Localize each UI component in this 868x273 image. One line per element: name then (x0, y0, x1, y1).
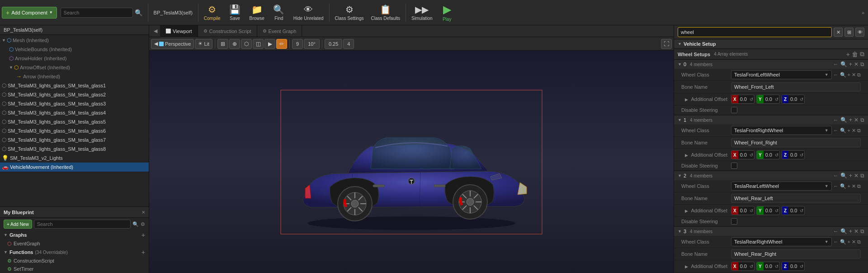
z-reset-1[interactable]: ↺ (799, 153, 804, 158)
offset-arrow-icon-0[interactable]: ▶ (685, 97, 688, 102)
perspective-button[interactable]: ◀ Perspective (151, 39, 194, 49)
tree-item[interactable]: ⬡ ArrowHolder (Inherited) (0, 54, 149, 63)
hide-unrelated-button[interactable]: 👁 Hide Unrelated (290, 1, 327, 24)
wc1-add-icon[interactable]: + (848, 128, 850, 133)
tab-event-graph[interactable]: ⚙ Event Graph (257, 25, 302, 37)
graphs-section-header[interactable]: ▼ Graphs + (0, 230, 149, 239)
z-reset-0[interactable]: ↺ (799, 97, 804, 102)
camera-speed-button[interactable]: ◫ (253, 39, 264, 49)
wg2-dup-button[interactable]: ⧉ (860, 172, 864, 179)
tree-item[interactable]: ⬡ SM_TeslaM3_lights_glass_SM_tesla_glass… (0, 99, 149, 108)
show-grid-button[interactable]: ⊞ (217, 39, 228, 49)
wc1-search-icon[interactable]: 🔍 (840, 128, 846, 134)
wg1-dup-button[interactable]: ⧉ (860, 117, 864, 123)
bone-name-value-1[interactable]: Wheel_Front_Right (731, 138, 861, 147)
z-field-1[interactable]: Z 0.0 ↺ (782, 150, 805, 159)
ws-add-button[interactable]: + (846, 51, 850, 58)
wg0-add-button[interactable]: + (849, 61, 852, 67)
disable-steering-checkbox-0[interactable] (731, 107, 737, 113)
wc0-dup-icon[interactable]: ⧉ (857, 72, 861, 78)
wheel-group-0-header[interactable]: ▼ 0 4 members ← 🔍 + ✕ ⧉ (674, 60, 868, 69)
tree-item[interactable]: ⬡ SM_TeslaM3_lights_glass_SM_tesla_glass… (0, 117, 149, 126)
right-panel-search-input[interactable] (678, 27, 832, 37)
wc2-clear-icon[interactable]: ✕ (852, 183, 856, 189)
ws-duplicate-button[interactable]: ⧉ (860, 50, 864, 58)
wc2-add-icon[interactable]: + (848, 183, 850, 189)
wg3-search-button[interactable]: 🔍 (840, 228, 847, 235)
bone-name-value-0[interactable]: Wheel_Front_Left (731, 82, 861, 91)
wc1-dup-icon[interactable]: ⧉ (857, 128, 861, 134)
compile-button[interactable]: ⚙ Compile (200, 1, 224, 24)
realtime-button[interactable]: ▶ (264, 39, 275, 49)
y-reset-3[interactable]: ↺ (774, 264, 779, 269)
rp-grid-button[interactable]: ⊞ (844, 28, 854, 37)
wc3-add-icon[interactable]: + (848, 239, 850, 244)
vehicle-movement-item[interactable]: 🚗 VehicleMovement (Inherited) (0, 163, 149, 172)
offset-arrow-icon-2[interactable]: ▶ (685, 209, 688, 213)
tree-item[interactable]: 💡 SM_TeslaM3_v2_Lights (0, 153, 149, 163)
offset-arrow-icon-1[interactable]: ▶ (685, 153, 688, 158)
ws-clear-button[interactable]: 🗑 (852, 51, 858, 58)
surface-snapping-button[interactable]: ⬡ (241, 39, 252, 49)
wc2-nav-icon[interactable]: ← (834, 183, 839, 189)
wc1-clear-icon[interactable]: ✕ (852, 128, 856, 134)
rp-filter-button[interactable]: 👁 (855, 28, 864, 37)
browse-button[interactable]: 📁 Browse (246, 1, 268, 24)
x-field-2[interactable]: X 0.0 ↺ (731, 206, 755, 215)
wc0-nav-icon[interactable]: ← (834, 72, 839, 77)
wg0-nav-button[interactable]: ← (833, 61, 839, 67)
blueprint-search-icon[interactable]: 🔍 (132, 221, 139, 227)
x-field-0[interactable]: X 0.0 ↺ (731, 95, 755, 104)
wg2-search-button[interactable]: 🔍 (840, 172, 847, 179)
wc3-search-icon[interactable]: 🔍 (840, 239, 846, 245)
add-component-button[interactable]: + Add Component ▼ (2, 7, 57, 19)
tree-item[interactable]: ⬡ SM_TeslaM3_lights_glass_SM_tesla_glass… (0, 81, 149, 90)
tab-arrow-left[interactable]: ◀ (151, 28, 160, 34)
y-reset-2[interactable]: ↺ (774, 208, 779, 213)
class-settings-button[interactable]: ⚙ Class Settings (331, 1, 368, 24)
component-search-input[interactable] (61, 8, 133, 18)
wheel-class-value-1[interactable]: TeslaFrontRightWheel ▼ (731, 126, 832, 135)
blueprint-close-button[interactable]: × (142, 209, 145, 216)
x-field-1[interactable]: X 0.0 ↺ (731, 150, 755, 159)
wg3-nav-button[interactable]: ← (833, 228, 839, 235)
y-reset-0[interactable]: ↺ (774, 97, 779, 102)
wc0-add-icon[interactable]: + (848, 72, 850, 77)
bone-name-value-3[interactable]: Wheel_Rear_Right (731, 249, 861, 259)
y-field-3[interactable]: Y 0.0 ↺ (756, 262, 780, 271)
disable-steering-checkbox-2[interactable] (731, 218, 737, 225)
wc2-search-icon[interactable]: 🔍 (840, 183, 846, 189)
brush-button[interactable]: ✏ (276, 39, 287, 49)
tree-item[interactable]: ⬡ VehicleBounds (Inherited) (0, 45, 149, 54)
find-button[interactable]: 🔍 Find (268, 1, 290, 24)
functions-section-header[interactable]: ▼ Functions (34 Overridable) + (0, 248, 149, 257)
z-reset-3[interactable]: ↺ (799, 264, 804, 269)
viewport-canvas[interactable] (149, 51, 674, 273)
z-reset-2[interactable]: ↺ (799, 208, 804, 213)
wc3-dup-icon[interactable]: ⧉ (857, 239, 861, 245)
offset-arrow-icon-3[interactable]: ▶ (685, 264, 688, 269)
camera-fov-button[interactable]: 4 (343, 39, 354, 49)
add-new-button[interactable]: + Add New (4, 220, 32, 229)
wg2-close-button[interactable]: ✕ (854, 172, 859, 179)
tree-item[interactable]: ⬡ SM_TeslaM3_lights_glass_SM_tesla_glass… (0, 90, 149, 99)
wg1-nav-button[interactable]: ← (833, 117, 839, 123)
save-button[interactable]: 💾 Save (224, 1, 246, 24)
tree-item[interactable]: ⬡ SM_TeslaM3_lights_glass_SM_tesla_glass… (0, 144, 149, 153)
wheel-group-1-header[interactable]: ▼ 1 4 members ← 🔍 + ✕ ⧉ (674, 115, 868, 125)
tree-item[interactable]: ⬡ SM_TeslaM3_lights_glass_SM_tesla_glass… (0, 126, 149, 135)
wg1-search-button[interactable]: 🔍 (840, 117, 847, 123)
wg0-dup-button[interactable]: ⧉ (860, 61, 864, 67)
grid-snap-button[interactable]: 9 (292, 39, 303, 49)
x-reset-1[interactable]: ↺ (749, 153, 754, 158)
z-field-3[interactable]: Z 0.0 ↺ (782, 262, 805, 271)
wc0-clear-icon[interactable]: ✕ (852, 72, 856, 78)
lit-button[interactable]: ☀ Lit (195, 39, 212, 49)
wg0-search-button[interactable]: 🔍 (840, 61, 847, 67)
set-timer-item[interactable]: ⚙ SetTimer (0, 265, 149, 273)
x-reset-0[interactable]: ↺ (749, 97, 754, 102)
tree-item[interactable]: ⬡ SM_TeslaM3_lights_glass_SM_tesla_glass… (0, 108, 149, 117)
wc3-clear-icon[interactable]: ✕ (852, 239, 856, 245)
disable-steering-checkbox-1[interactable] (731, 163, 737, 169)
wg3-close-button[interactable]: ✕ (854, 228, 859, 235)
